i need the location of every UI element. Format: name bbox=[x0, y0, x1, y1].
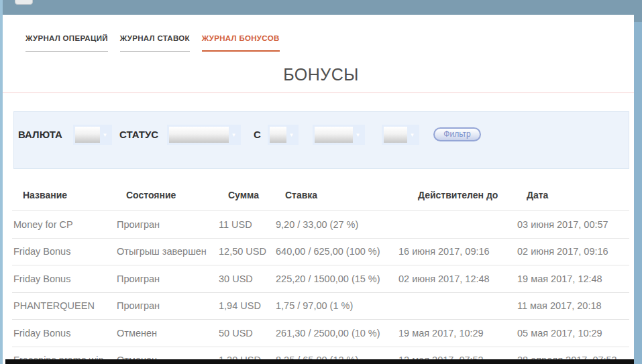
date-year-select[interactable]: ▼ bbox=[382, 125, 419, 145]
filter-button[interactable]: Фильтр bbox=[433, 127, 481, 141]
date-month-select[interactable]: ▼ bbox=[313, 125, 365, 145]
tab-bonus-journal[interactable]: ЖУРНАЛ БОНУСОВ bbox=[202, 34, 280, 52]
table-cell: 225,20 / 1500,00 (15 %) bbox=[274, 274, 397, 284]
table-cell: Friday Bonus bbox=[12, 328, 115, 339]
column-header: Ставка bbox=[274, 190, 397, 200]
top-bar bbox=[0, 0, 642, 15]
currency-select[interactable]: ▼ bbox=[73, 125, 112, 145]
date-day-select[interactable]: ▼ bbox=[268, 125, 299, 145]
bonus-table: НазваниеСостояниеСуммаСтавкаДействителен… bbox=[12, 180, 629, 364]
date-from-label: С bbox=[254, 125, 261, 145]
date-month-select-value bbox=[315, 127, 353, 143]
tab-bets-journal[interactable]: ЖУРНАЛ СТАВОК bbox=[120, 34, 190, 52]
column-header: Действителен до bbox=[397, 190, 516, 200]
column-header: Название bbox=[12, 190, 115, 200]
column-header: Состояние bbox=[115, 190, 217, 200]
table-cell: 1,75 / 97,00 (1 %) bbox=[274, 300, 397, 311]
table-row: Money for CPПроигран11 USD9,20 / 33,00 (… bbox=[12, 210, 629, 238]
currency-label: ВАЛЮТА bbox=[18, 125, 62, 145]
table-cell: 1,94 USD bbox=[217, 300, 274, 311]
table-cell: Отменен bbox=[115, 328, 217, 339]
table-cell: 02 июня 2017, 12:48 bbox=[397, 274, 516, 284]
title-divider bbox=[3, 93, 634, 93]
table-cell: 19 мая 2017, 12:48 bbox=[516, 274, 629, 284]
table-cell: 640,00 / 625,00 (100 %) bbox=[274, 246, 397, 257]
status-select[interactable]: ▼ bbox=[167, 125, 241, 145]
table-cell: Money for CP bbox=[12, 219, 115, 230]
table-cell: 19 мая 2017, 10:29 bbox=[397, 328, 516, 339]
table-cell: Проигран bbox=[115, 274, 217, 284]
tab-operations-journal[interactable]: ЖУРНАЛ ОПЕРАЦИЙ bbox=[25, 34, 108, 52]
table-cell: Проигран bbox=[115, 300, 217, 311]
table-cell: 30 USD bbox=[217, 274, 274, 284]
table-row: PHANTERQUEENПроигран1,94 USD1,75 / 97,00… bbox=[12, 292, 629, 320]
journal-tabs: ЖУРНАЛ ОПЕРАЦИЙ ЖУРНАЛ СТАВОК ЖУРНАЛ БОН… bbox=[25, 34, 280, 52]
top-window-tab bbox=[15, 0, 33, 5]
table-cell: Friday Bonus bbox=[12, 274, 115, 284]
left-edge-strip bbox=[0, 0, 3, 364]
date-day-select-value bbox=[270, 127, 286, 143]
column-header: Дата bbox=[516, 190, 629, 200]
chevron-down-icon: ▼ bbox=[353, 127, 363, 143]
status-select-value bbox=[169, 127, 229, 143]
table-cell: Проигран bbox=[115, 219, 217, 230]
table-cell: Friday Bonus bbox=[12, 246, 115, 257]
table-cell: PHANTERQUEEN bbox=[12, 300, 115, 311]
date-year-select-value bbox=[384, 127, 407, 143]
page-title: БОНУСЫ bbox=[0, 65, 642, 84]
table-row: Friday BonusОтменен50 USD261,30 / 2500,0… bbox=[12, 319, 629, 347]
table-cell: 16 июня 2017, 09:16 bbox=[397, 246, 516, 257]
table-row: Friday BonusПроигран30 USD225,20 / 1500,… bbox=[12, 265, 629, 292]
table-cell: 261,30 / 2500,00 (10 %) bbox=[274, 328, 397, 339]
table-cell: 11 мая 2017, 20:18 bbox=[516, 300, 629, 311]
table-cell: 03 июня 2017, 00:57 bbox=[516, 219, 629, 230]
status-label: СТАТУС bbox=[119, 125, 158, 145]
currency-select-value bbox=[75, 127, 100, 143]
chevron-down-icon: ▼ bbox=[286, 127, 297, 143]
table-row: Friday BonusОтыгрыш завершен12,50 USD640… bbox=[12, 238, 629, 265]
chevron-down-icon: ▼ bbox=[229, 127, 239, 143]
bottom-bar bbox=[5, 359, 634, 364]
bonus-journal-page: ЖУРНАЛ ОПЕРАЦИЙ ЖУРНАЛ СТАВОК ЖУРНАЛ БОН… bbox=[0, 0, 642, 364]
chevron-down-icon: ▼ bbox=[407, 127, 417, 143]
chevron-down-icon: ▼ bbox=[100, 127, 110, 143]
table-cell: 12,50 USD bbox=[217, 246, 274, 257]
bonus-table-header: НазваниеСостояниеСуммаСтавкаДействителен… bbox=[12, 180, 629, 210]
table-cell: 11 USD bbox=[217, 219, 274, 230]
table-cell: 50 USD bbox=[217, 328, 274, 339]
column-header: Сумма bbox=[217, 190, 274, 200]
right-edge-strip[interactable] bbox=[634, 0, 642, 364]
table-cell: 9,20 / 33,00 (27 %) bbox=[274, 219, 397, 230]
bonus-table-body: Money for CPПроигран11 USD9,20 / 33,00 (… bbox=[12, 210, 629, 364]
table-cell: Отыгрыш завершен bbox=[115, 246, 217, 257]
table-cell: 05 мая 2017, 10:29 bbox=[516, 328, 629, 339]
filter-panel: ВАЛЮТА ▼ СТАТУС ▼ С ▼ ▼ ▼ Фильтр bbox=[13, 111, 629, 169]
right-edge-strip-top bbox=[634, 0, 642, 22]
table-cell: 02 июня 2017, 09:16 bbox=[516, 246, 629, 257]
